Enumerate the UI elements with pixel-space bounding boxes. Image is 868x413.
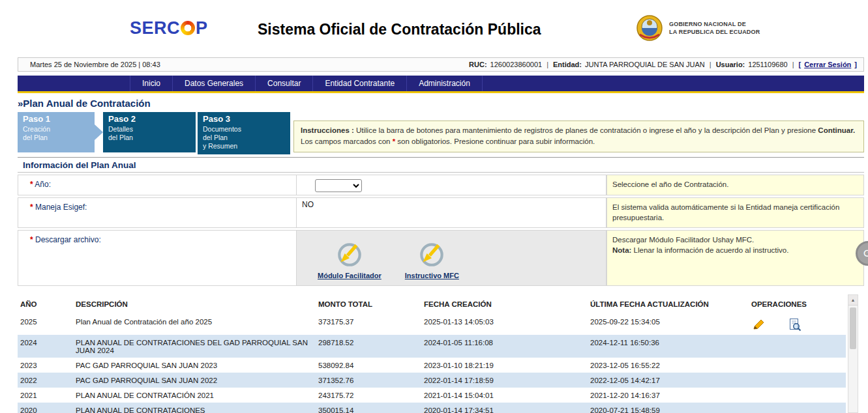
step-1-line2: del Plan xyxy=(23,134,89,142)
cell-ano: 2020 xyxy=(18,403,73,413)
instructions-label: Instrucciones : xyxy=(301,126,354,134)
step-3-line1: Documentos xyxy=(203,125,285,134)
cell-monto: 243175.72 xyxy=(316,388,421,403)
cell-ano: 2022 xyxy=(18,373,73,388)
form-row-ano: * Año: Seleccione el año de Contratación… xyxy=(18,175,864,195)
nav-item-datos-generales[interactable]: Datos Generales xyxy=(173,76,256,91)
separator: | xyxy=(792,61,794,68)
cell-operaciones xyxy=(749,314,846,335)
cell-descripcion: PLAN ANUAL DE CONTRATACIONES DEL GAD PAR… xyxy=(73,335,316,358)
nav-item-consultar[interactable]: Consultar xyxy=(256,76,313,91)
page-container: SERCP Sistema Oficial de Contratación Pú… xyxy=(18,0,864,413)
current-datetime: Martes 25 de Noviembre de 2025 | 08:43 xyxy=(30,61,160,68)
session-details: RUC: 1260023860001 | Entidad: JUNTA PARR… xyxy=(469,61,857,68)
government-brand: GOBIERNO NACIONAL DE LA REPUBLICA DEL EC… xyxy=(636,14,760,42)
instructivo-mfc-label[interactable]: Instructivo MFC xyxy=(405,272,459,279)
step-3-title: Paso 3 xyxy=(203,114,285,124)
table-row: 2021 PLAN ANUAL DE CONTRATACIÓN 2021 243… xyxy=(18,388,846,403)
nota-bold: Nota: xyxy=(612,246,631,254)
descargar-links-cell: Módulo Facilitador Instructivo MFC xyxy=(297,230,606,286)
cell-creacion: 2021-01-14 15:04:01 xyxy=(421,388,588,403)
cell-descripcion: PAC GAD PARROQUIAL SAN JUAN 2022 xyxy=(73,373,316,388)
cell-ano: 2023 xyxy=(18,358,73,373)
descargar-note: Descargar Módulo Facilitador Ushay MFC. … xyxy=(606,230,864,286)
esigef-label-text: Maneja Esigef: xyxy=(35,203,87,212)
table-row: 2025 Plan Anual de Contratación del año … xyxy=(18,314,846,335)
main-nav: Inicio Datos Generales Consultar Entidad… xyxy=(18,76,864,91)
logout-bracket-open: [ xyxy=(799,61,801,68)
scrollbar-up-arrow-icon[interactable]: ▲ xyxy=(848,295,858,306)
cell-operaciones xyxy=(749,373,846,388)
table-header-row: AÑO DESCRIPCIÓN MONTO TOTAL FECHA CREACI… xyxy=(18,295,846,314)
cell-monto: 373175.37 xyxy=(316,314,421,335)
cell-monto: 298718.52 xyxy=(316,335,421,358)
instructivo-mfc-link[interactable]: Instructivo MFC xyxy=(405,238,459,279)
system-title: Sistema Oficial de Contratación Pública xyxy=(258,21,541,38)
section-title: Información del Plan Anual xyxy=(18,157,864,173)
wizard-step-3[interactable]: Paso 3 Documentos del Plan y Resumen xyxy=(198,112,290,154)
instructions-text-1: Utilice la barra de botones para manteni… xyxy=(354,126,818,134)
government-label-line2: LA REPUBLICA DEL ECUADOR xyxy=(669,28,760,36)
year-select[interactable] xyxy=(315,179,362,192)
scrollbar-thumb[interactable] xyxy=(850,307,856,349)
nav-item-inicio[interactable]: Inicio xyxy=(130,76,173,91)
edit-plan-button[interactable] xyxy=(753,319,766,330)
plan-info-section: Información del Plan Anual * Año: Selecc… xyxy=(18,157,864,285)
step-2-title: Paso 2 xyxy=(108,114,190,124)
cell-descripcion: Plan Anual de Contratación del año 2025 xyxy=(73,314,316,335)
step-1-line1: Creación xyxy=(23,125,89,134)
table-row: 2020 PLAN ANUAL DE CONTRATACIONES 350015… xyxy=(18,403,846,413)
edit-pencil-icon xyxy=(753,319,766,330)
cell-monto: 538092.84 xyxy=(316,358,421,373)
cell-monto: 350015.14 xyxy=(316,403,421,413)
required-asterisk: * xyxy=(30,235,33,244)
user-value: 1251109680 xyxy=(748,61,787,68)
esigef-value: NO xyxy=(297,197,606,227)
page-title: »Plan Anual de Contratación xyxy=(18,93,864,112)
wizard-step-1[interactable]: Paso 1 Creación del Plan xyxy=(18,112,95,152)
cell-ano: 2025 xyxy=(18,314,73,335)
app-header: SERCP Sistema Oficial de Contratación Pú… xyxy=(18,0,864,57)
cell-actualizacion: 2023-12-05 16:55:22 xyxy=(588,358,749,373)
descargar-note-line2: Nota: Llenar la información de acuerdo a… xyxy=(612,245,858,255)
table-row: 2022 PAC GAD PARROQUIAL SAN JUAN 2022 37… xyxy=(18,373,846,388)
cell-operaciones xyxy=(749,388,846,403)
scrollbar[interactable]: ▲ xyxy=(848,294,858,413)
cell-actualizacion: 2025-09-22 15:34:05 xyxy=(588,314,749,335)
separator: | xyxy=(546,61,548,68)
view-plan-button[interactable] xyxy=(789,318,801,332)
form-row-descargar: * Descargar archivo: Módulo Facilitador xyxy=(18,230,864,286)
wizard-steps-row: Paso 1 Creación del Plan Paso 2 Detalles… xyxy=(18,112,864,154)
step-2-line2: del Plan xyxy=(108,134,190,142)
col-header-actualizacion: ÚLTIMA FECHA ACTUALIZACIÓN xyxy=(588,295,749,314)
col-header-descripcion: DESCRIPCIÓN xyxy=(73,295,316,314)
ano-input-cell xyxy=(297,175,606,195)
ano-note: Seleccione el año de Contratación. xyxy=(606,175,864,195)
logout-bracket-close: ] xyxy=(854,61,857,68)
instructions-text-2: Los campos marcados con xyxy=(301,137,393,145)
cell-descripcion: PLAN ANUAL DE CONTRATACIONES xyxy=(73,403,316,413)
required-asterisk: * xyxy=(30,180,33,189)
logout-link[interactable]: Cerrar Sesión xyxy=(804,61,851,68)
entity-label: Entidad: xyxy=(553,61,582,68)
wizard-step-2[interactable]: Paso 2 Detalles del Plan xyxy=(103,112,196,152)
modulo-facilitador-link[interactable]: Módulo Facilitador xyxy=(318,238,382,279)
cell-actualizacion: 2022-12-05 14:42:17 xyxy=(588,373,749,388)
government-label: GOBIERNO NACIONAL DE LA REPUBLICA DEL EC… xyxy=(669,20,760,36)
ecuador-coat-of-arms-icon xyxy=(636,14,663,42)
descargar-label: * Descargar archivo: xyxy=(18,230,297,286)
cell-ano: 2021 xyxy=(18,388,73,403)
nav-item-entidad-contratante[interactable]: Entidad Contratante xyxy=(313,76,407,91)
logo-text-right: P xyxy=(196,18,208,38)
col-header-creacion: FECHA CREACIÓN xyxy=(421,295,588,314)
separator: | xyxy=(710,61,711,68)
nav-item-administracion[interactable]: Administración xyxy=(407,76,483,91)
ruc-label: RUC: xyxy=(469,61,487,68)
cell-monto: 371352.76 xyxy=(316,373,421,388)
descargar-label-text: Descargar archivo: xyxy=(35,235,101,244)
modulo-facilitador-label[interactable]: Módulo Facilitador xyxy=(318,272,382,279)
view-document-icon xyxy=(789,318,801,332)
step-1-title: Paso 1 xyxy=(23,114,89,124)
esigef-note: El sistema valida automáticamente si la … xyxy=(606,197,864,227)
cell-operaciones xyxy=(749,335,846,358)
